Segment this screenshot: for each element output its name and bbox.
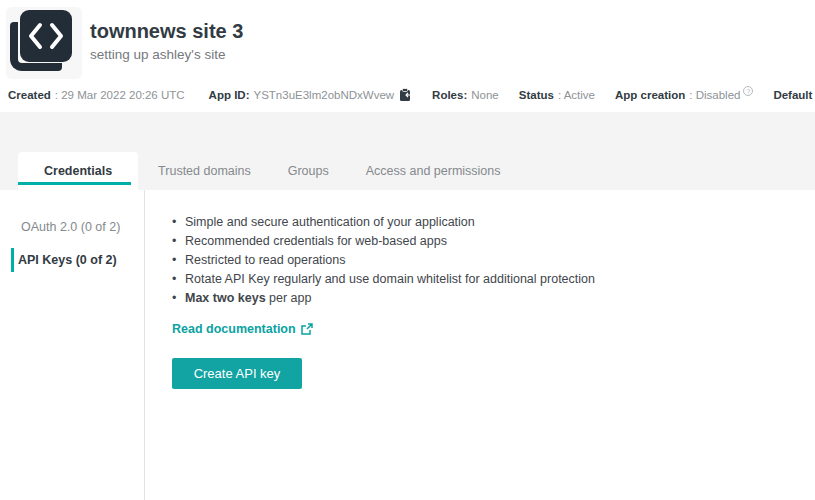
status-value: : Active xyxy=(558,89,595,101)
api-key-info-list: Simple and secure authentication of your… xyxy=(172,213,815,308)
tab-bar: Credentials Trusted domains Groups Acces… xyxy=(0,112,815,190)
tab-groups-label: Groups xyxy=(288,164,329,178)
list-item: Recommended credentials for web-based ap… xyxy=(172,232,815,251)
tab-groups[interactable]: Groups xyxy=(271,152,346,190)
external-link-icon xyxy=(301,323,313,335)
tab-credentials-label: Credentials xyxy=(44,164,112,178)
list-item: Restricted to read operations xyxy=(172,251,815,270)
tab-access-permissions[interactable]: Access and permissions xyxy=(349,152,518,190)
roles-value: None xyxy=(471,89,499,101)
page-subtitle: setting up ashley's site xyxy=(90,47,225,62)
read-documentation-link[interactable]: Read documentation xyxy=(172,322,313,336)
tab-credentials[interactable]: Credentials xyxy=(18,152,138,190)
list-item: Rotate API Key regularly and use domain … xyxy=(172,270,815,289)
app-id-label: App ID: xyxy=(209,89,250,101)
read-documentation-label: Read documentation xyxy=(172,322,296,336)
list-item: Simple and secure authentication of your… xyxy=(172,213,815,232)
credentials-sidebar: OAuth 2.0 (0 of 2) API Keys (0 of 2) xyxy=(0,190,145,500)
app-creation-label: App creation xyxy=(615,89,685,101)
app-header: townnews site 3 setting up ashley's site… xyxy=(0,0,815,112)
status-label: Status xyxy=(519,89,554,101)
meta-created: Created : 29 Mar 2022 20:26 UTC xyxy=(8,89,185,101)
sidebar-item-oauth-label: OAuth 2.0 (0 of 2) xyxy=(21,220,120,234)
help-icon[interactable]: ? xyxy=(743,86,753,96)
meta-roles: Roles: None xyxy=(432,89,499,101)
code-brackets-icon xyxy=(20,10,72,62)
meta-app-creation: App creation : Disabled ? xyxy=(615,86,753,104)
content-area: OAuth 2.0 (0 of 2) API Keys (0 of 2) Sim… xyxy=(0,190,815,500)
active-tab-underline xyxy=(18,182,131,185)
sidebar-item-api-keys-label: API Keys (0 of 2) xyxy=(18,253,117,267)
page-title: townnews site 3 xyxy=(90,20,243,43)
roles-label: Roles: xyxy=(432,89,467,101)
meta-app-id: App ID: YSTn3uE3lm2obNDxWvew xyxy=(209,88,413,102)
sidebar-item-api-keys[interactable]: API Keys (0 of 2) xyxy=(11,248,144,272)
copy-icon[interactable] xyxy=(399,88,412,102)
created-label: Created xyxy=(8,89,51,101)
app-logo xyxy=(6,7,82,79)
meta-status: Status : Active xyxy=(519,89,595,101)
api-keys-panel: Simple and secure authentication of your… xyxy=(145,190,815,500)
tab-access-permissions-label: Access and permissions xyxy=(366,164,501,178)
list-item: Max two keys per app xyxy=(172,289,815,308)
app-meta-row: Created : 29 Mar 2022 20:26 UTC App ID: … xyxy=(8,86,808,104)
tab-trusted-domains[interactable]: Trusted domains xyxy=(141,152,268,190)
default-project-label: Default project: xyxy=(773,89,815,101)
tab-trusted-domains-label: Trusted domains xyxy=(158,164,251,178)
app-id-value: YSTn3uE3lm2obNDxWvew xyxy=(253,89,394,101)
sidebar-item-oauth[interactable]: OAuth 2.0 (0 of 2) xyxy=(11,215,144,239)
app-creation-value: : Disabled xyxy=(689,89,740,101)
meta-default-project: Default project: None xyxy=(773,89,815,101)
created-value: : 29 Mar 2022 20:26 UTC xyxy=(55,89,185,101)
create-api-key-button[interactable]: Create API key xyxy=(172,358,302,389)
